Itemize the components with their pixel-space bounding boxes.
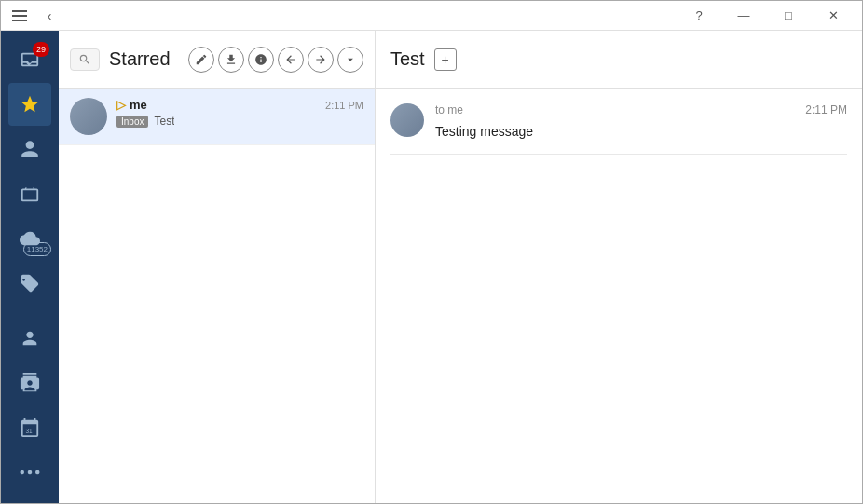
avatar (70, 98, 107, 135)
more-icon (20, 470, 40, 475)
toolbar-icons (188, 47, 363, 73)
calendar-icon: 31 (20, 417, 40, 438)
sidebar: 29 (1, 31, 59, 503)
email-detail-panel: Test + to me 2:11 PM Testing message (376, 31, 862, 503)
message-avatar (390, 103, 424, 137)
sender-folder-icon: ▷ (116, 98, 126, 112)
sidebar-item-cloud[interactable]: 11352 (8, 217, 51, 260)
forward-button[interactable] (308, 47, 334, 73)
detail-content: to me 2:11 PM Testing message (376, 89, 862, 503)
svg-point-3 (35, 470, 40, 475)
compose-button[interactable] (188, 47, 214, 73)
inbox-badge: 29 (33, 42, 49, 57)
email-subject: Test (154, 115, 174, 128)
email-time: 2:11 PM (325, 100, 363, 111)
inbox-tag: Inbox (116, 116, 148, 128)
info-button[interactable] (248, 47, 274, 73)
sidebar-item-person[interactable] (8, 317, 51, 360)
title-bar: ‹ ? — □ ✕ (1, 1, 862, 31)
title-bar-left: ‹ (8, 3, 62, 29)
email-sender: ▷ me (116, 98, 147, 112)
detail-title: Test (390, 48, 425, 70)
svg-point-1 (20, 470, 24, 475)
svg-text:31: 31 (25, 428, 33, 434)
email-content: ▷ me 2:11 PM Inbox Test (116, 98, 363, 128)
minimize-button[interactable]: — (722, 1, 765, 31)
message-time: 2:11 PM (805, 103, 847, 116)
title-bar-controls: ? — □ ✕ (678, 1, 855, 31)
main-layout: 29 (1, 31, 862, 503)
email-item[interactable]: ▷ me 2:11 PM Inbox Test (59, 89, 375, 145)
message-text: Testing message (435, 124, 847, 139)
sidebar-item-more[interactable] (8, 451, 51, 494)
main-window: ‹ ? — □ ✕ 29 (0, 0, 863, 504)
person-icon (20, 328, 40, 348)
email-subject-row: Inbox Test (116, 115, 363, 128)
add-tab-button[interactable]: + (434, 48, 457, 71)
sidebar-item-calendar[interactable]: 31 (8, 406, 51, 449)
message-header: to me 2:11 PM (435, 103, 847, 116)
briefcase-icon (20, 184, 40, 204)
sender-name: me (130, 98, 147, 112)
search-icon (78, 53, 91, 66)
search-box[interactable] (70, 48, 100, 71)
title-bar-nav: ‹ (36, 3, 62, 29)
help-button[interactable]: ? (678, 1, 720, 31)
sidebar-item-starred[interactable] (8, 83, 51, 126)
addressbook-icon (20, 373, 40, 393)
contacts-icon (20, 139, 40, 159)
message-body: to me 2:11 PM Testing message (435, 103, 847, 139)
cloud-badge: 11352 (23, 242, 51, 256)
back-nav-button[interactable]: ‹ (36, 3, 62, 29)
sidebar-item-tags[interactable] (8, 262, 51, 305)
sidebar-item-briefcase[interactable] (8, 172, 51, 215)
tags-icon (20, 273, 40, 293)
email-list: ▷ me 2:11 PM Inbox Test (59, 89, 375, 503)
download-button[interactable] (218, 47, 244, 73)
email-list-header: Starred (59, 31, 375, 89)
sidebar-item-contacts[interactable] (8, 128, 51, 170)
email-header-row: ▷ me 2:11 PM (116, 98, 363, 112)
sidebar-item-inbox[interactable]: 29 (8, 38, 51, 81)
panel-title: Starred (109, 48, 179, 70)
sidebar-item-addressbook[interactable] (8, 361, 51, 404)
back-button[interactable] (278, 47, 304, 73)
maximize-button[interactable]: □ (767, 1, 810, 31)
more-button[interactable] (337, 47, 363, 73)
detail-header: Test + (376, 31, 862, 89)
close-button[interactable]: ✕ (812, 1, 855, 31)
message-item: to me 2:11 PM Testing message (390, 103, 847, 155)
menu-icon[interactable] (8, 7, 31, 25)
svg-point-2 (28, 470, 33, 475)
star-icon (20, 94, 40, 115)
email-list-panel: Starred (59, 31, 376, 503)
message-to: to me (435, 103, 463, 116)
